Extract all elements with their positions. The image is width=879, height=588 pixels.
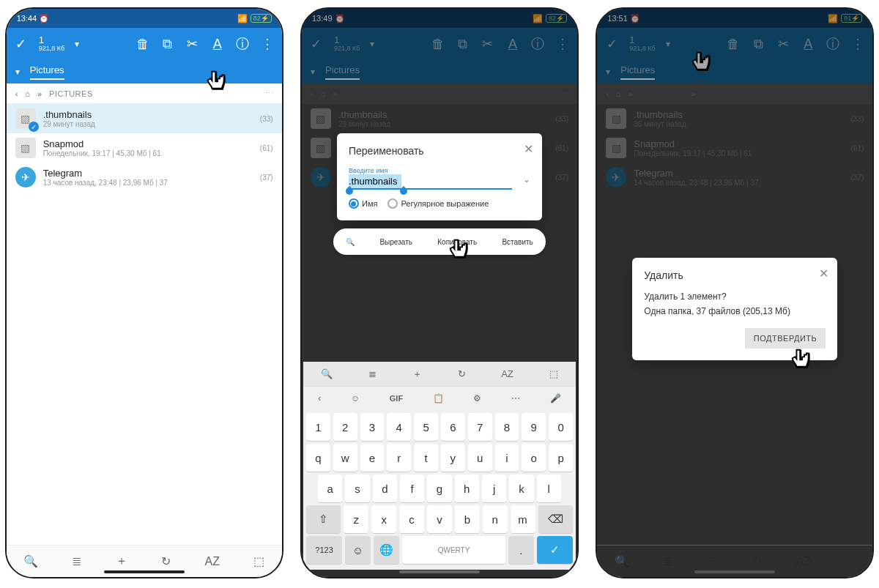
rename-icon[interactable]: A (210, 37, 225, 51)
ctx-search-icon[interactable]: 🔍 (346, 238, 355, 246)
kb-back-icon[interactable]: ‹ (318, 393, 321, 403)
key[interactable]: u (468, 444, 492, 472)
select-icon[interactable]: ⬚ (253, 554, 264, 568)
key[interactable]: 9 (522, 413, 546, 441)
chevron-down-icon[interactable]: ▾ (75, 39, 79, 49)
rename-input[interactable] (349, 174, 512, 190)
key[interactable]: j (482, 475, 506, 502)
key[interactable]: r (387, 444, 411, 472)
key[interactable]: v (427, 505, 452, 533)
confirm-button[interactable]: ПОДТВЕРДИТЬ (745, 328, 826, 349)
key[interactable]: z (344, 505, 368, 533)
key[interactable]: k (509, 475, 533, 502)
close-icon[interactable]: ✕ (524, 142, 533, 156)
more-icon[interactable]: ⋮ (260, 37, 275, 51)
list-item[interactable]: ▧ .thumbnails29 минут назад (33) (7, 104, 282, 133)
nav-pill[interactable] (694, 570, 775, 573)
kb-sort-icon[interactable]: AZ (501, 368, 513, 379)
kb-toolbar: 🔍 ≣ ＋ ↻ AZ ⬚ (303, 362, 576, 387)
close-icon[interactable]: ✕ (819, 267, 828, 280)
key[interactable]: w (333, 444, 357, 472)
view-icon[interactable]: ≣ (72, 554, 81, 568)
key[interactable]: f (400, 475, 424, 502)
refresh-icon[interactable]: ↻ (161, 554, 171, 568)
emoji-key[interactable]: ☺ (345, 536, 371, 564)
key[interactable]: p (549, 444, 573, 472)
radio-regex[interactable]: Регулярное выражение (387, 198, 489, 209)
backspace-key[interactable]: ⌫ (538, 505, 573, 533)
space-key[interactable]: QWERTY (402, 536, 505, 564)
key[interactable]: t (414, 444, 438, 472)
kb-more-icon[interactable]: ⋯ (511, 393, 520, 403)
ctx-cut[interactable]: Вырезать (379, 238, 412, 246)
nav-pill[interactable] (104, 570, 185, 573)
key[interactable]: g (427, 475, 451, 502)
kb-sticker-icon[interactable]: ☺ (351, 393, 360, 403)
key[interactable]: 0 (549, 413, 573, 441)
keyboard: 🔍 ≣ ＋ ↻ AZ ⬚ ‹ ☺ GIF 📋 ⚙ ⋯ 🎤 1234567890 … (303, 362, 576, 570)
sort-icon[interactable]: AZ (205, 555, 220, 568)
key[interactable]: n (483, 505, 508, 533)
key[interactable]: 4 (387, 413, 411, 441)
lang-key[interactable]: 🌐 (374, 536, 399, 564)
delete-icon[interactable]: 🗑 (136, 37, 150, 51)
nav-pill[interactable] (399, 570, 480, 573)
key[interactable]: y (441, 444, 465, 472)
battery-icon: 82⚡ (251, 14, 272, 23)
key[interactable]: 7 (468, 413, 492, 441)
kb-clipboard-icon[interactable]: 📋 (433, 393, 444, 403)
check-icon[interactable]: ✓ (14, 37, 29, 51)
back-icon[interactable]: ‹ (15, 89, 18, 98)
status-bar: 13:44 ⏰ 📶82⚡ (7, 9, 282, 28)
delete-dialog: ✕ Удалить Удалить 1 элемент? Одна папка,… (632, 258, 837, 360)
key[interactable]: 3 (360, 413, 385, 441)
kb-refresh-icon[interactable]: ↻ (458, 368, 466, 379)
kb-settings-icon[interactable]: ⚙ (473, 393, 481, 403)
expand-icon[interactable]: ▾ (15, 67, 20, 77)
ctx-copy[interactable]: Копировать (437, 238, 477, 246)
key[interactable]: q (306, 444, 330, 472)
add-icon[interactable]: ＋ (116, 554, 127, 569)
shift-key[interactable]: ⇧ (306, 505, 341, 533)
breadcrumb-path[interactable]: PICTURES (49, 89, 93, 98)
key[interactable]: 1 (306, 413, 330, 441)
kb-add-icon[interactable]: ＋ (412, 368, 422, 381)
key[interactable]: d (373, 475, 397, 502)
key[interactable]: a (318, 475, 342, 502)
period-key[interactable]: . (508, 536, 534, 564)
list-item[interactable]: ▧ SnapmodПонедельник, 19:17 | 45,30 Мб |… (7, 133, 282, 163)
key[interactable]: e (360, 444, 385, 472)
list-item[interactable]: ✈ Telegram13 часов назад, 23:48 | 23,96 … (7, 163, 282, 192)
key[interactable]: 5 (414, 413, 438, 441)
mode-key[interactable]: ?123 (306, 536, 342, 564)
kb-gif[interactable]: GIF (390, 394, 403, 403)
key[interactable]: 8 (495, 413, 519, 441)
key[interactable]: m (511, 505, 535, 533)
selection-count[interactable]: 1921,8 Кб (39, 35, 64, 53)
tab-pictures[interactable]: Pictures (30, 64, 64, 80)
cut-icon[interactable]: ✂ (185, 37, 200, 51)
key[interactable]: o (522, 444, 546, 472)
key[interactable]: 2 (333, 413, 357, 441)
key[interactable]: s (345, 475, 369, 502)
info-icon[interactable]: ⓘ (235, 37, 250, 51)
kb-mic-icon[interactable]: 🎤 (550, 393, 561, 403)
key[interactable]: b (455, 505, 480, 533)
key[interactable]: l (537, 475, 561, 502)
search-icon[interactable]: 🔍 (23, 554, 38, 568)
dropdown-icon[interactable]: ⌄ (523, 174, 530, 185)
kb-select-icon[interactable]: ⬚ (549, 368, 558, 379)
kb-view-icon[interactable]: ≣ (368, 368, 377, 379)
key[interactable]: c (399, 505, 424, 533)
key[interactable]: h (455, 475, 479, 502)
radio-name[interactable]: Имя (349, 198, 377, 209)
ctx-paste[interactable]: Вставить (502, 238, 533, 246)
copy-icon[interactable]: ⧉ (160, 37, 175, 51)
key[interactable]: i (495, 444, 519, 472)
key[interactable]: x (371, 505, 396, 533)
breadcrumb-more-icon[interactable]: ⋯ (265, 89, 273, 98)
kb-search-icon[interactable]: 🔍 (321, 368, 333, 379)
enter-key[interactable]: ✓ (537, 536, 573, 564)
home-icon[interactable]: ⌂ (25, 89, 30, 98)
key[interactable]: 6 (441, 413, 465, 441)
